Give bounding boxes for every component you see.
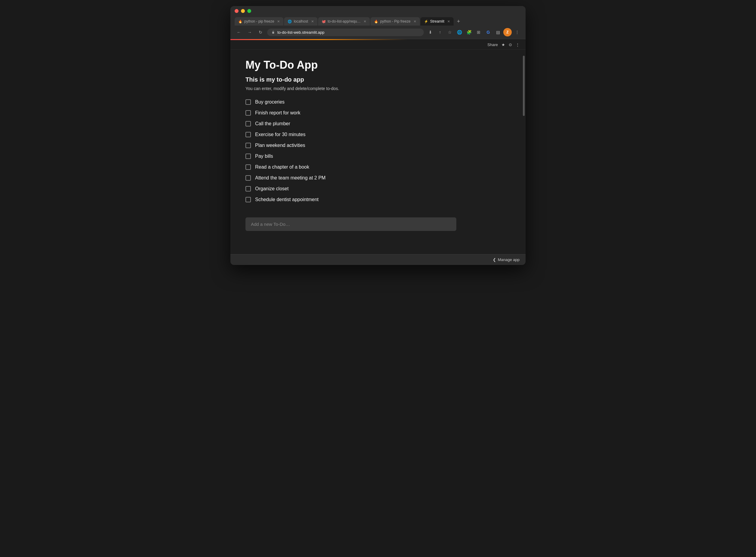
maximize-window-button[interactable] (247, 9, 251, 13)
todo-checkbox-7[interactable] (245, 165, 251, 170)
todo-label-5: Plan weekend activities (255, 143, 305, 148)
star-button[interactable]: ★ (501, 42, 505, 47)
tab-tab2[interactable]: 🌐 localhost ✕ (284, 17, 317, 26)
scrollbar-thumb (523, 56, 525, 116)
back-button[interactable]: ← (235, 28, 243, 36)
todo-label-6: Pay bills (255, 153, 273, 159)
lock-icon (271, 30, 275, 34)
close-window-button[interactable] (235, 9, 238, 13)
todo-item-3: Call the plumber (245, 121, 511, 126)
manage-app-button[interactable]: ❮ Manage app (493, 257, 520, 262)
todo-label-7: Read a chapter of a book (255, 165, 309, 170)
todo-item-8: Attend the team meeting at 2 PM (245, 175, 511, 181)
tab-label-tab3: to-do-list-app/requ… (328, 19, 360, 24)
forward-button[interactable]: → (245, 28, 254, 36)
todo-item-4: Exercise for 30 minutes (245, 132, 511, 137)
tab-close-tab1[interactable]: ✕ (277, 20, 280, 24)
tab-icon-tab1: 🔥 (238, 19, 242, 24)
title-bar: 🔥 python - pip freeze ✕ 🌐 localhost ✕ 🐙 … (230, 6, 526, 26)
github-icon: ⊙ (509, 42, 512, 47)
todo-checkbox-10[interactable] (245, 197, 251, 202)
more-options-icon[interactable]: ⋮ (513, 28, 521, 36)
todo-item-2: Finish report for work (245, 110, 511, 116)
star-icon: ★ (501, 42, 505, 47)
new-tab-button[interactable]: + (454, 17, 463, 26)
tab-tab3[interactable]: 🐙 to-do-list-app/requ… ✕ (318, 17, 370, 26)
todo-item-7: Read a chapter of a book (245, 165, 511, 170)
download-icon[interactable]: ⬇ (426, 28, 435, 36)
google-icon[interactable]: G (484, 28, 492, 36)
reload-button[interactable]: ↻ (256, 28, 265, 36)
tab-icon-tab3: 🐙 (322, 19, 326, 24)
nav-bar: ← → ↻ ⬇ ↑ ☆ 🌐 🧩 ⊞ G ▤ Z ⋮ (230, 26, 526, 39)
todo-item-1: Buy groceries (245, 99, 511, 105)
menu-icon: ⋮ (516, 42, 520, 47)
todo-label-2: Finish report for work (255, 110, 300, 116)
todo-label-1: Buy groceries (255, 99, 285, 105)
app-subtitle: This is my to-do app (245, 76, 511, 83)
todo-label-9: Organize closet (255, 186, 289, 192)
url-bar[interactable] (267, 29, 424, 36)
tab-icon-tab2: 🌐 (288, 19, 292, 24)
todo-checkbox-9[interactable] (245, 186, 251, 192)
tab-tab5[interactable]: ⚡ Streamlit ✕ (420, 17, 454, 26)
todo-item-10: Schedule dentist appointment (245, 197, 511, 202)
extensions-icon[interactable]: 🌐 (455, 28, 464, 36)
sidebar-icon[interactable]: ▤ (494, 28, 502, 36)
todo-item-9: Organize closet (245, 186, 511, 192)
tab-icon-tab5: ⚡ (424, 19, 428, 24)
user-avatar[interactable]: Z (503, 28, 512, 36)
tab-tab1[interactable]: 🔥 python - pip freeze ✕ (235, 17, 284, 26)
github-button[interactable]: ⊙ (509, 42, 512, 47)
window-controls (235, 9, 521, 13)
todo-list: Buy groceries Finish report for work Cal… (245, 99, 511, 202)
scrollbar[interactable] (523, 50, 525, 254)
todo-label-10: Schedule dentist appointment (255, 197, 319, 202)
bookmark-icon[interactable]: ☆ (445, 28, 454, 36)
share-button[interactable]: Share (487, 42, 498, 47)
tab-label-tab1: python - pip freeze (244, 19, 274, 24)
todo-item-5: Plan weekend activities (245, 143, 511, 148)
app-header-bar: Share ★ ⊙ ⋮ (230, 40, 526, 50)
app-title: My To-Do App (245, 59, 511, 71)
tab-tab4[interactable]: 🔥 python - Pip freeze ✕ (371, 17, 420, 26)
tab-close-tab2[interactable]: ✕ (311, 20, 314, 24)
tab-close-tab5[interactable]: ✕ (447, 20, 450, 24)
todo-checkbox-3[interactable] (245, 121, 251, 126)
todo-label-8: Attend the team meeting at 2 PM (255, 175, 326, 181)
tabs-row: 🔥 python - pip freeze ✕ 🌐 localhost ✕ 🐙 … (235, 17, 521, 26)
minimize-window-button[interactable] (241, 9, 245, 13)
todo-label-4: Exercise for 30 minutes (255, 132, 306, 137)
main-content: My To-Do App This is my to-do app You ca… (230, 50, 526, 254)
todo-label-3: Call the plumber (255, 121, 290, 126)
app-description: You can enter, modify and delete/complet… (245, 86, 511, 91)
todo-checkbox-6[interactable] (245, 153, 251, 159)
todo-checkbox-2[interactable] (245, 110, 251, 116)
todo-checkbox-8[interactable] (245, 175, 251, 181)
nav-icons-right: ⬇ ↑ ☆ 🌐 🧩 ⊞ G ▤ Z ⋮ (426, 28, 521, 36)
manage-app-label: Manage app (498, 257, 520, 262)
bottom-bar: ❮ Manage app (230, 254, 526, 265)
todo-checkbox-5[interactable] (245, 143, 251, 148)
browser-window: 🔥 python - pip freeze ✕ 🌐 localhost ✕ 🐙 … (230, 6, 526, 265)
share-icon[interactable]: ↑ (436, 28, 444, 36)
tab-label-tab4: python - Pip freeze (380, 19, 410, 24)
todo-item-6: Pay bills (245, 153, 511, 159)
todo-checkbox-1[interactable] (245, 99, 251, 105)
todo-checkbox-4[interactable] (245, 132, 251, 137)
tab-close-tab3[interactable]: ✕ (364, 20, 366, 24)
tab-icon-tab4: 🔥 (374, 19, 378, 24)
chevron-left-icon: ❮ (493, 257, 496, 262)
share-label: Share (487, 42, 498, 47)
settings-icon[interactable]: ⊞ (474, 28, 483, 36)
tab-close-tab4[interactable]: ✕ (413, 20, 416, 24)
puzzle-icon[interactable]: 🧩 (465, 28, 473, 36)
tab-label-tab2: localhost (294, 19, 308, 24)
add-todo-input[interactable] (245, 217, 456, 231)
url-input[interactable] (278, 30, 419, 35)
svg-rect-0 (272, 32, 274, 33)
tab-label-tab5: Streamlit (430, 19, 444, 24)
app-menu-button[interactable]: ⋮ (516, 42, 520, 47)
